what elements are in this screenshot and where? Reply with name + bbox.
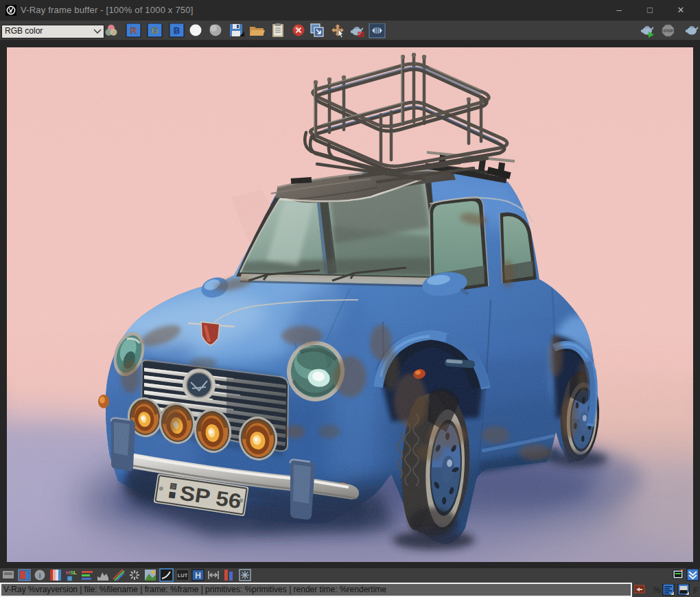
svg-text:LUT: LUT	[178, 572, 188, 578]
svg-text:i: i	[38, 571, 40, 579]
svg-text:%: %	[653, 585, 661, 595]
svg-text:G: G	[151, 25, 158, 36]
svg-text:F: F	[693, 585, 699, 596]
svg-text:B: B	[174, 25, 180, 36]
svg-text:STOP: STOP	[663, 29, 673, 33]
svg-text:R: R	[130, 25, 137, 36]
svg-text:H: H	[195, 571, 201, 581]
svg-text:▦: ▦	[67, 575, 73, 581]
svg-text:L: L	[73, 570, 77, 576]
